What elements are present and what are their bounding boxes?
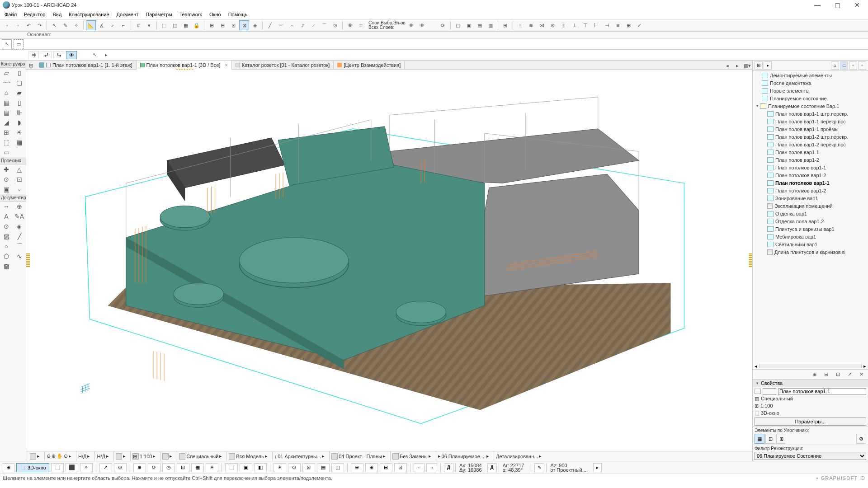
menu-help[interactable]: Помощь <box>226 11 250 18</box>
tree-item[interactable]: План потолков вар1-1 <box>753 164 868 171</box>
lamp-tool[interactable]: ☀ <box>13 127 26 137</box>
tree-item[interactable]: План полов вар1-1 проёмы <box>753 125 868 133</box>
pencil-icon[interactable]: ✎ <box>60 20 70 30</box>
tab-list-icon[interactable]: ⊞ <box>26 61 35 70</box>
tree-item[interactable]: Демонтируемые элементы <box>753 71 868 79</box>
nav-a1[interactable]: ⊞ <box>809 370 819 380</box>
tree-item[interactable]: План потолков вар1-2 <box>753 187 868 194</box>
detail-val[interactable]: Детализированн... <box>496 454 538 459</box>
bb-b18[interactable]: ◫ <box>331 463 344 472</box>
bb-left1[interactable]: ⊞ <box>2 463 14 472</box>
bb-sun[interactable]: ☀ <box>206 463 218 472</box>
tree-item[interactable]: План полов вар1-1 перекр.прс <box>753 117 868 125</box>
layers-icon[interactable]: ≣ <box>356 20 366 30</box>
door-tool[interactable]: ⌂ <box>0 88 13 98</box>
bb-arrow2[interactable]: → <box>426 463 437 472</box>
text-tool[interactable]: A <box>0 211 13 221</box>
tree-item[interactable]: Экспликация помещений <box>753 202 868 210</box>
zone-tool[interactable]: ▭ <box>0 147 13 157</box>
arrow-tool[interactable]: ↖ <box>2 39 12 49</box>
left-splitter[interactable] <box>26 253 30 267</box>
r1-icon[interactable]: ≈ <box>515 20 525 30</box>
close-button[interactable]: ✕ <box>847 0 867 10</box>
view-icon[interactable]: ⊞ <box>500 20 510 30</box>
r3-icon[interactable]: ⋈ <box>537 20 547 30</box>
bb-b16[interactable]: ⊡ <box>302 463 315 472</box>
bb-more[interactable]: ▸ <box>593 463 602 472</box>
nav-pub-icon[interactable]: ▫ <box>858 61 866 70</box>
nozamen-val[interactable]: Без Замены <box>400 454 428 459</box>
tab-interaction[interactable]: [Центр Взаимодействия] <box>334 61 405 69</box>
bb-pencil[interactable]: ✎ <box>534 463 544 472</box>
params-button[interactable]: Параметры... <box>755 418 866 426</box>
shell-tool[interactable]: ◗ <box>13 117 26 127</box>
op2-icon[interactable]: ⊟ <box>217 20 227 30</box>
wall-tool[interactable]: ▱ <box>0 68 13 78</box>
nav-layout-icon[interactable]: ▫ <box>849 61 857 70</box>
bb-b13[interactable]: ◧ <box>254 463 267 472</box>
tab-catalog[interactable]: Каталог розеток [01 - Каталог розеток] <box>232 61 334 69</box>
sync-icon[interactable]: ▫ <box>816 475 818 481</box>
slab-tool[interactable]: ▰ <box>13 88 26 98</box>
snap1-icon[interactable]: ⬚ <box>159 20 169 30</box>
opt3[interactable]: ⇆ <box>53 51 64 59</box>
bb-b8[interactable]: ◷ <box>162 463 175 472</box>
marker-tool[interactable]: ⊙ <box>0 221 13 231</box>
caret-icon[interactable]: ▾ <box>144 20 154 30</box>
bb-b15[interactable]: ⊙ <box>288 463 301 472</box>
right-splitter[interactable] <box>749 253 752 267</box>
lock-icon[interactable]: 🔒 <box>192 20 202 30</box>
nav-a2[interactable]: ⊟ <box>821 370 831 380</box>
tree-item[interactable]: Плинтуса и карнизы вар1 <box>753 225 868 233</box>
bb-b7[interactable]: ⟳ <box>148 463 160 472</box>
tab-plan-floor[interactable]: План потолков вар1-1 [1. 1-й этаж] <box>35 61 137 69</box>
t4-icon[interactable]: ▥ <box>486 20 495 30</box>
wand-icon[interactable]: ✧ <box>71 20 81 30</box>
fill-tool[interactable]: ▨ <box>0 231 13 241</box>
open-icon[interactable]: ▫ <box>13 20 23 30</box>
t2-icon[interactable]: ▣ <box>464 20 474 30</box>
measure-icon[interactable]: 📐 <box>86 20 96 30</box>
line1-icon[interactable]: ╱ <box>265 20 275 30</box>
corner-icon[interactable]: ⌐ <box>118 20 128 30</box>
vb-i5[interactable] <box>229 453 235 460</box>
tree-item[interactable]: Зонирование вар1 <box>753 194 868 202</box>
vb-i1[interactable] <box>30 453 36 460</box>
refresh-icon[interactable]: ⟳ <box>438 20 448 30</box>
undo-icon[interactable]: ↶ <box>24 20 33 30</box>
arc2-tool[interactable]: ⌒ <box>13 241 26 251</box>
cursor-icon[interactable]: ↖ <box>49 20 59 30</box>
camera-tool[interactable]: ▣ <box>0 184 13 194</box>
toolbox-construct-header[interactable]: Конструиро <box>0 61 26 68</box>
snap3-icon[interactable]: ▦ <box>181 20 191 30</box>
t1-icon[interactable]: ▢ <box>453 20 463 30</box>
bb-b6[interactable]: ⊕ <box>133 463 146 472</box>
r2-icon[interactable]: ≋ <box>526 20 536 30</box>
r8-icon[interactable]: ⊢ <box>591 20 601 30</box>
tab-overflow[interactable]: ▦▾ <box>742 61 752 70</box>
cam2-tool[interactable]: ▫ <box>13 184 26 194</box>
tab-nav-left[interactable]: ◂ <box>722 61 732 70</box>
close-tab-icon[interactable]: × <box>225 62 227 68</box>
r7-icon[interactable]: ⊤ <box>580 20 590 30</box>
op1-icon[interactable]: ⊞ <box>207 20 217 30</box>
line3-icon[interactable]: ⌢ <box>287 20 297 30</box>
arch-val[interactable]: 01 Архитектурны... <box>278 454 321 459</box>
hand-icon[interactable]: ✋ <box>57 453 63 459</box>
snap2-icon[interactable]: ◫ <box>170 20 180 30</box>
3d-viewport[interactable] <box>26 70 752 451</box>
line-tool[interactable]: ╱ <box>13 231 26 241</box>
vb-i3[interactable] <box>162 453 169 460</box>
nav-a5[interactable]: ✕ <box>856 370 866 380</box>
tree-item[interactable]: План потолков вар1-1 <box>753 179 868 187</box>
bb-arrow1[interactable]: ← <box>414 463 425 472</box>
opt-more[interactable]: ▸ <box>101 50 111 60</box>
def2[interactable]: ⊡ <box>765 434 775 444</box>
worksheet-tool[interactable]: ⊡ <box>13 174 26 184</box>
detail-tool[interactable]: ⊙ <box>0 174 13 184</box>
tree-item[interactable]: План полов вар1-2 <box>753 156 868 164</box>
bb-b21[interactable]: ⊟ <box>380 463 392 472</box>
change-tool[interactable]: ◈ <box>13 221 26 231</box>
nav-mode-more[interactable]: ▸ <box>764 61 772 70</box>
image-tool[interactable]: ▩ <box>0 261 13 271</box>
